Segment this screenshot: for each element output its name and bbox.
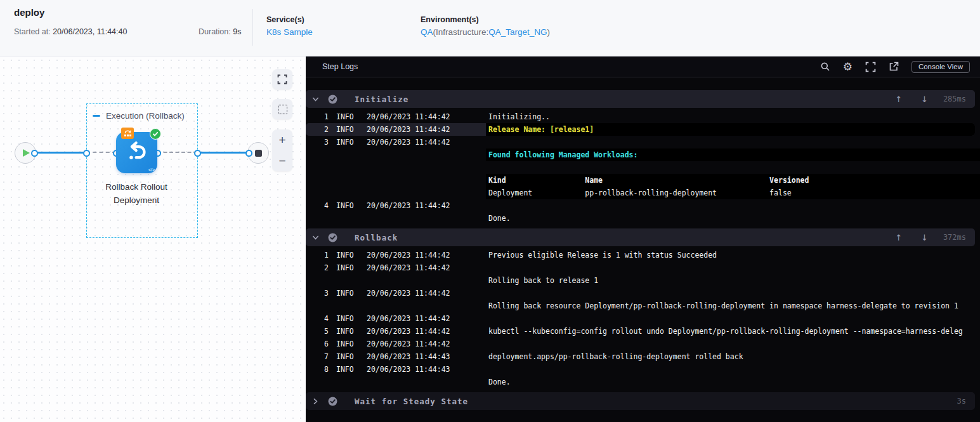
log-level: INFO [336, 363, 367, 376]
log-row[interactable]: Rolling back resource Deployment/pp-roll… [306, 300, 980, 312]
log-row[interactable]: 1INFO20/06/2023 11:44:42Previous eligibl… [306, 249, 980, 261]
log-line-number: 4 [306, 199, 329, 212]
log-row[interactable] [306, 161, 980, 174]
execution-group-label: Execution (Rollback) [93, 110, 185, 121]
log-body[interactable]: Initialize↑↓285ms1INFO20/06/2023 11:44:4… [306, 77, 980, 422]
log-message: Previous eligible Release is 1 with stat… [488, 249, 980, 261]
log-timestamp: 20/06/2023 11:44:42 [367, 261, 488, 274]
log-level: INFO [336, 261, 367, 274]
search-icon[interactable] [820, 62, 830, 72]
section-duration: 3s [939, 397, 966, 406]
log-section-header-wait-for-steady-state[interactable]: Wait for Steady State3s [306, 392, 975, 410]
log-section-header-rollback[interactable]: Rollback↑↓372ms [306, 228, 975, 246]
log-row[interactable]: 7INFO20/06/2023 11:44:43deployment.apps/… [306, 350, 980, 363]
log-row[interactable]: 5INFO20/06/2023 11:44:42kubectl --kubeco… [306, 325, 980, 338]
section-duration: 372ms [939, 233, 966, 242]
services-label: Service(s) [266, 15, 313, 24]
log-row[interactable]: Done. [306, 212, 980, 225]
log-line-number: 7 [306, 350, 329, 363]
section-duration: 285ms [939, 95, 966, 103]
gear-icon[interactable]: ⚙ [843, 62, 853, 72]
service-link[interactable]: K8s Sample [266, 27, 313, 37]
pipeline-canvas[interactable]: Execution (Rollback) [0, 56, 306, 422]
expand-icon[interactable] [865, 62, 876, 72]
step-node-label: Rollback Rollout Deployment [73, 180, 200, 207]
open-in-new-icon[interactable] [889, 62, 899, 72]
log-row[interactable]: 2INFO20/06/2023 11:44:42Release Name: [r… [306, 123, 975, 136]
log-line-number: 4 [306, 312, 329, 325]
section-success-icon [328, 397, 337, 406]
log-row[interactable]: 6INFO20/06/2023 11:44:42 [306, 338, 980, 350]
log-level: INFO [336, 338, 367, 350]
log-line-number: 2 [306, 261, 329, 274]
scroll-to-top-icon[interactable]: ↑ [895, 95, 902, 104]
zoom-out-button[interactable]: − [272, 150, 292, 171]
environment-link[interactable]: QA(Infrastructure:QA_Target_NG) [421, 27, 550, 37]
log-rows: 1INFO20/06/2023 11:44:42Previous eligibl… [306, 246, 980, 391]
scroll-to-bottom-icon[interactable]: ↓ [921, 95, 928, 104]
duration: Duration: 9s [199, 27, 241, 36]
log-timestamp: 20/06/2023 11:44:42 [367, 325, 488, 338]
scroll-to-top-icon[interactable]: ↑ [895, 233, 902, 242]
log-timestamp: 20/06/2023 11:44:43 [367, 350, 488, 363]
log-row[interactable]: 4INFO20/06/2023 11:44:42 [306, 312, 980, 325]
canvas-marquee-button[interactable] [272, 99, 292, 119]
log-row[interactable]: 4INFO20/06/2023 11:44:42 [306, 199, 980, 212]
log-line-number: 3 [306, 136, 329, 148]
log-line-number: 8 [306, 363, 329, 376]
log-level: INFO [336, 325, 367, 338]
edge-start-to-group [34, 152, 86, 154]
console-view-button[interactable]: Console View [911, 61, 970, 73]
collapse-group-icon[interactable] [93, 115, 100, 117]
log-section-rollback: Rollback↑↓372ms1INFO20/06/2023 11:44:42P… [306, 228, 980, 391]
port [194, 150, 201, 157]
rolling-deployment-badge-icon [121, 128, 134, 139]
log-section-title: Wait for Steady State [355, 397, 468, 406]
zoom-in-button[interactable]: + [272, 129, 292, 150]
log-row[interactable]: Done. [306, 376, 980, 388]
header-divider [252, 9, 253, 46]
log-line-number: 3 [306, 287, 329, 300]
log-level: INFO [336, 312, 367, 325]
log-section-wait-for-steady-state: Wait for Steady State3s [306, 392, 980, 410]
log-message: Done. [488, 212, 980, 225]
marquee-select-icon [278, 105, 287, 114]
log-section-header-initialize[interactable]: Initialize↑↓285ms [306, 90, 975, 108]
log-timestamp: 20/06/2023 11:44:42 [367, 287, 488, 300]
play-icon [23, 149, 30, 157]
chevron-down-icon[interactable] [311, 95, 320, 103]
log-row[interactable]: 8INFO20/06/2023 11:44:43 [306, 363, 980, 376]
log-row[interactable]: Found following Managed Workloads: [306, 148, 980, 161]
log-level: INFO [336, 249, 367, 261]
log-row[interactable]: Rolling back to release 1 [306, 274, 980, 287]
log-row[interactable]: 3INFO20/06/2023 11:44:42 [306, 136, 980, 148]
log-timestamp: 20/06/2023 11:44:42 [367, 110, 488, 123]
step-node-rollback-rollout-deployment[interactable]: </> [116, 132, 157, 173]
canvas-zoom-panel: + − [272, 129, 292, 171]
chevron-down-icon[interactable] [311, 234, 320, 242]
log-row[interactable]: Deployment pp-rollback-rolling-deploymen… [306, 187, 980, 199]
log-timestamp: 20/06/2023 11:44:42 [367, 199, 488, 212]
edge-step-to-group [157, 152, 197, 153]
log-message: Found following Managed Workloads: [486, 148, 980, 161]
step-success-icon [150, 128, 161, 140]
chevron-right-icon[interactable] [311, 397, 320, 406]
log-row[interactable]: 1INFO20/06/2023 11:44:42Initializing.. [306, 110, 980, 123]
log-row[interactable]: 2INFO20/06/2023 11:44:42 [306, 261, 980, 274]
scroll-to-bottom-icon[interactable]: ↓ [921, 233, 928, 242]
rollback-arrow-icon [124, 140, 150, 166]
log-row[interactable]: Kind Name Versioned [306, 174, 980, 187]
step-logs-title: Step Logs [322, 62, 358, 71]
log-message: deployment.apps/pp-rollback-rolling-depl… [488, 350, 980, 363]
canvas-fullscreen-button[interactable] [272, 69, 292, 89]
execution-header: deploy Started at: 20/06/2023, 11:44:40 … [0, 0, 980, 56]
log-section-initialize: Initialize↑↓285ms1INFO20/06/2023 11:44:4… [306, 90, 980, 227]
log-level: INFO [336, 136, 367, 148]
section-success-icon [328, 95, 337, 104]
environments-block: Environment(s) QA(Infrastructure:QA_Targ… [421, 15, 550, 37]
log-message: Initializing.. [488, 110, 980, 123]
log-row[interactable]: 3INFO20/06/2023 11:44:42 [306, 287, 980, 300]
log-section-title: Initialize [355, 95, 408, 104]
log-rows: 1INFO20/06/2023 11:44:42Initializing..2I… [306, 108, 980, 227]
step-logs-header: Step Logs ⚙ Console View [306, 56, 980, 77]
